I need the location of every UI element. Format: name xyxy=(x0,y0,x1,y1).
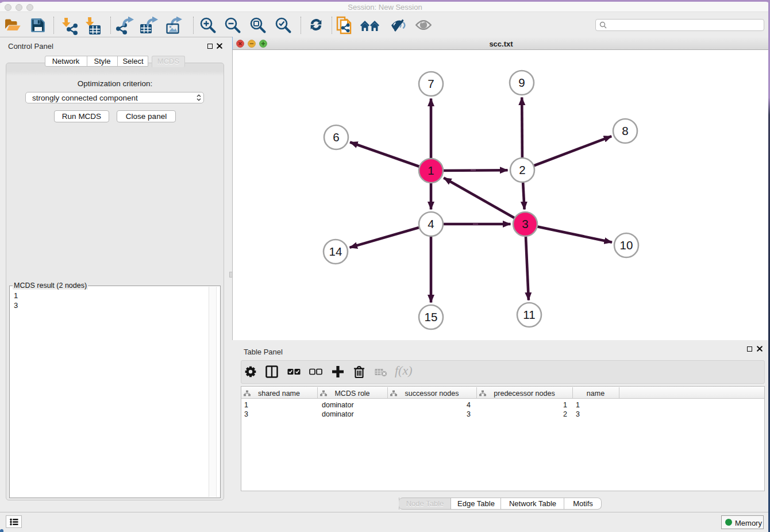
svg-text:4: 4 xyxy=(428,217,434,230)
svg-text:2: 2 xyxy=(519,163,525,176)
svg-text:6: 6 xyxy=(333,130,339,144)
svg-text:9: 9 xyxy=(518,76,525,89)
svg-text:3: 3 xyxy=(522,217,528,230)
svg-text:14: 14 xyxy=(329,245,342,258)
svg-text:8: 8 xyxy=(622,124,628,137)
svg-text:11: 11 xyxy=(523,308,535,321)
svg-text:7: 7 xyxy=(428,77,434,90)
svg-text:15: 15 xyxy=(425,310,438,323)
svg-text:1: 1 xyxy=(428,164,434,177)
svg-text:10: 10 xyxy=(620,238,633,252)
